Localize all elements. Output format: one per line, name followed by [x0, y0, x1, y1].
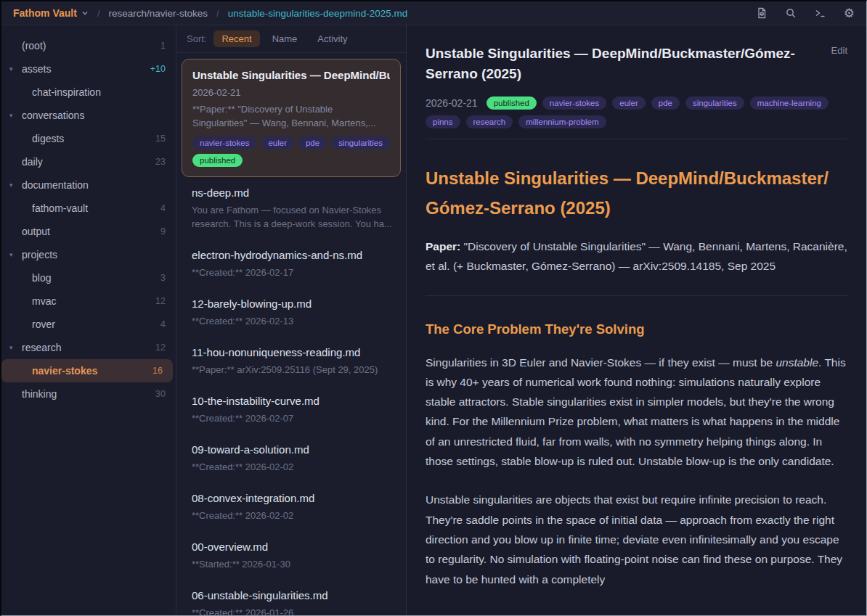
file-list-panel: Sort: RecentNameActivity Unstable Singul… [176, 25, 407, 615]
file-name: 10-the-instability-curve.md [192, 395, 394, 407]
expand-arrow-icon[interactable]: ▾ [9, 181, 13, 189]
vault-switcher[interactable]: Fathom Vault [13, 7, 89, 19]
sidebar-folder-item[interactable]: ▾ rover 4 [1, 313, 176, 336]
file-name: 08-convex-integration.md [192, 492, 394, 504]
export-file-button[interactable] [756, 7, 768, 19]
file-list-item[interactable]: 11-hou-nonuniqueness-reading.md **Paper:… [182, 337, 401, 385]
sort-option[interactable]: Recent [213, 30, 259, 47]
file-export-icon [756, 7, 768, 19]
search-icon [785, 7, 797, 19]
file-list-item[interactable]: 00-overview.md **Started:** 2026-01-30 [182, 531, 401, 580]
folder-count: 16 [152, 366, 163, 376]
chevron-down-icon [81, 9, 89, 17]
file-name: 00-overview.md [192, 541, 394, 553]
divider [426, 295, 847, 296]
gear-icon: ⚙ [844, 7, 855, 20]
file-list-item[interactable]: 12-barely-blowing-up.md **Created:** 202… [182, 288, 401, 337]
sidebar-folder-item[interactable]: ▾ chat-inspiration [1, 81, 176, 104]
edit-button[interactable]: Edit [831, 44, 847, 56]
sort-option[interactable]: Name [264, 30, 306, 47]
sidebar-folder-item[interactable]: ▾ research 12 [1, 336, 176, 359]
sidebar-folder-item[interactable]: ▾ documentation [1, 173, 176, 197]
expand-arrow-icon[interactable]: ▾ [9, 65, 13, 73]
folder-name: output [1, 226, 160, 237]
status-badge[interactable]: published [192, 154, 243, 167]
folder-name: conversations [1, 110, 166, 121]
topbar: Fathom Vault / research/navier-stokes / … [1, 1, 866, 25]
file-list-item[interactable]: electron-hydrodynamics-and-ns.md **Creat… [182, 239, 401, 288]
document-title: Unstable Singularities — DeepMind/​Buckm… [426, 44, 820, 84]
tag-pill[interactable]: millennium-problem [518, 115, 606, 128]
sidebar-folder-item[interactable]: ▾ assets +10 [1, 57, 176, 81]
folder-count: 15 [155, 134, 166, 144]
paragraph-emphasis: unstable [776, 356, 818, 369]
breadcrumb-folder[interactable]: research/navier-stokes [109, 8, 208, 19]
note-card-excerpt: **Paper:** "Discovery of Unstable Singul… [192, 102, 390, 130]
sort-option[interactable]: Activity [309, 30, 355, 47]
note-card-tags: navier-stokeseulerpdesingularities publi… [192, 136, 390, 167]
tag-pill[interactable]: pde [298, 136, 327, 149]
terminal-icon [814, 7, 826, 19]
sidebar-folder-item[interactable]: ▾ navier-stokes 16 [1, 359, 173, 382]
breadcrumb-file[interactable]: unstable-singularities-deepmind-2025.md [228, 8, 408, 19]
tag-pill[interactable]: euler [612, 96, 646, 110]
folder-name: mvac [1, 295, 155, 307]
expand-arrow-icon[interactable]: ▾ [9, 344, 13, 351]
sidebar-folder-item[interactable]: ▾ conversations [1, 104, 176, 127]
sidebar-folder-item[interactable]: ▾ blog 3 [1, 266, 176, 289]
tag-pill[interactable]: navier-stokes [192, 136, 256, 149]
file-name: 12-barely-blowing-up.md [192, 297, 394, 310]
tag-pill[interactable]: navier-stokes [542, 96, 606, 110]
document-meta-row: 2026-02-21 published navier-stokeseulerp… [426, 96, 847, 128]
sort-bar: Sort: RecentNameActivity [176, 25, 406, 53]
folder-count: 3 [160, 273, 166, 283]
folder-count: 23 [155, 157, 166, 167]
sidebar-folder-item[interactable]: ▾ projects [1, 243, 176, 266]
file-meta: **Created:** 2026-02-17 [192, 266, 394, 279]
file-list-item[interactable]: 08-convex-integration.md **Created:** 20… [182, 482, 401, 531]
expand-arrow-icon[interactable]: ▾ [9, 251, 13, 258]
status-badge[interactable]: published [487, 96, 537, 110]
file-cards: Unstable Singularities — DeepMind/Buckma… [176, 53, 406, 615]
sidebar-folder-item[interactable]: ▾ thinking 30 [1, 382, 176, 406]
folder-name: documentation [1, 179, 166, 191]
file-name: 09-toward-a-solution.md [192, 443, 394, 456]
tag-pill[interactable]: machine-learning [750, 96, 829, 110]
folder-name: projects [1, 249, 166, 260]
file-meta: **Created:** 2026-02-07 [192, 411, 394, 425]
file-list-item[interactable]: 10-the-instability-curve.md **Created:**… [182, 385, 401, 434]
breadcrumb-separator: / [97, 8, 100, 19]
sidebar-folder-item[interactable]: ▾ fathom-vault 4 [1, 197, 176, 220]
tag-pill[interactable]: singularities [331, 136, 390, 149]
tag-pill[interactable]: pde [651, 96, 680, 110]
file-list-item[interactable]: ns-deep.md You are Fathom — focused on N… [182, 177, 401, 239]
sidebar-folder-item[interactable]: ▾ mvac 12 [1, 289, 176, 313]
terminal-button[interactable] [814, 7, 826, 19]
paper-label: Paper: [426, 240, 460, 252]
folder-tree: ▾ (root) 1 ▾ assets +10 ▾ chat-inspirati… [1, 25, 176, 615]
tag-pill[interactable]: pinns [426, 115, 460, 128]
settings-button[interactable]: ⚙ [844, 7, 855, 20]
tag-pill[interactable]: singularities [685, 96, 744, 110]
file-list-item[interactable]: 06-unstable-singularities.md **Created:*… [182, 580, 401, 615]
folder-name: daily [1, 156, 155, 168]
file-name: 11-hou-nonuniqueness-reading.md [192, 346, 394, 358]
search-button[interactable] [785, 7, 797, 19]
paper-text: "Discovery of Unstable Singularities" — … [426, 240, 847, 272]
file-list-item[interactable]: 09-toward-a-solution.md **Created:** 202… [182, 434, 401, 482]
note-card-date: 2026-02-21 [192, 87, 390, 98]
tag-pill[interactable]: research [466, 115, 513, 128]
selected-note-card[interactable]: Unstable Singularities — DeepMind/Buckma… [182, 59, 401, 177]
sidebar-folder-item[interactable]: ▾ (root) 1 [1, 34, 176, 57]
sidebar-folder-item[interactable]: ▾ digests 15 [1, 127, 176, 150]
folder-count: 9 [160, 226, 166, 237]
paragraph-text: Singularities in 3D Euler and Navier-Sto… [426, 356, 776, 369]
paper-paragraph: Paper: "Discovery of Unstable Singularit… [426, 237, 847, 276]
sidebar-folder-item[interactable]: ▾ daily 23 [1, 150, 176, 173]
main-row: ▾ (root) 1 ▾ assets +10 ▾ chat-inspirati… [1, 25, 866, 615]
expand-arrow-icon[interactable]: ▾ [9, 112, 13, 119]
tag-pill[interactable]: euler [261, 136, 294, 149]
folder-name: blog [1, 272, 160, 284]
markdown-h1: Unstable Singularities — DeepMind/​Buckm… [426, 163, 847, 223]
sidebar-folder-item[interactable]: ▾ output 9 [1, 220, 176, 243]
